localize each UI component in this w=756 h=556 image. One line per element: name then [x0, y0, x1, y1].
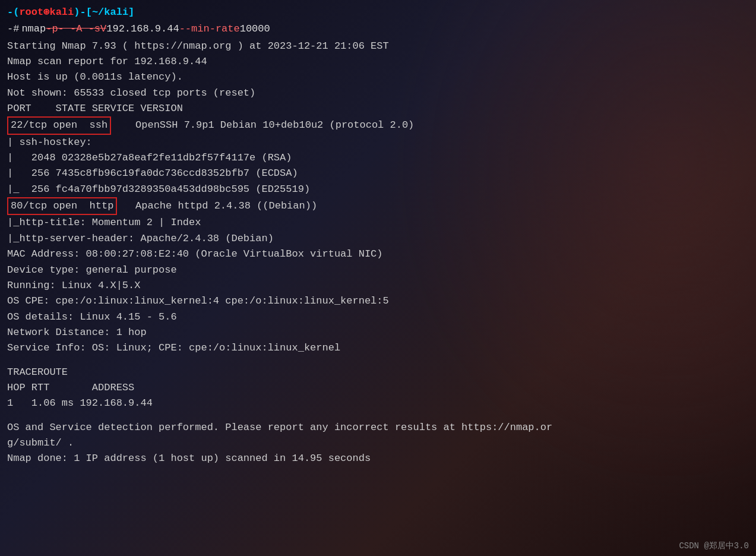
output-line-2: Nmap scan report for 192.168.9.44 — [7, 54, 749, 70]
port-22-highlight: 22/tcp open ssh — [7, 116, 111, 134]
prompt-path: ~/kali — [92, 5, 128, 20]
output-line-19: Network Distance: 1 hop — [7, 325, 749, 340]
watermark: CSDN @郑居中3.0 — [679, 541, 749, 551]
output-line-7: | ssh-hostkey: — [7, 135, 749, 150]
prompt-bracket-mid: )-[ — [74, 5, 92, 20]
traceroute-cols: HOP RTT ADDRESS — [7, 380, 749, 396]
traceroute-row: 1 1.06 ms 192.168.9.44 — [7, 396, 749, 411]
port-80-highlight: 80/tcp open http — [7, 197, 117, 215]
footer-line-1: OS and Service detection performed. Plea… — [7, 420, 749, 435]
output-line-5: PORT STATE SERVICE VERSION — [7, 101, 749, 116]
prompt-line: -(root⊛kali)-[~/kali] — [7, 5, 749, 20]
output-line-20: Service Info: OS: Linux; CPE: cpe:/o:lin… — [7, 340, 749, 356]
output-line-11: 80/tcp open http Apache httpd 2.4.38 ((D… — [7, 197, 749, 215]
footer-line-3: Nmap done: 1 IP address (1 host up) scan… — [7, 451, 749, 466]
output-line-10: |_ 256 fc4a70fbb97d3289350a453dd98bc595 … — [7, 182, 749, 197]
prompt-hash: -# — [7, 21, 19, 37]
command-line: -# nmap -p- -A -sV 192.168.9.44 --min-ra… — [7, 21, 749, 37]
prompt-host: kali — [49, 5, 74, 20]
terminal-window: -(root⊛kali)-[~/kali] -# nmap -p- -A -sV… — [0, 0, 756, 556]
output-line-8: | 2048 02328e5b27a8eaf2fe11db2f57f4117e … — [7, 150, 749, 166]
prompt-bracket-open: -( — [7, 5, 19, 20]
gap-1 — [7, 356, 749, 365]
traceroute-header: TRACEROUTE — [7, 365, 749, 380]
output-line-11-rest: Apache httpd 2.4.38 ((Debian)) — [117, 200, 317, 211]
output-line-3: Host is up (0.0011s latency). — [7, 70, 749, 85]
cmd-nmap: nmap — [21, 21, 46, 37]
footer-line-2: g/submit/ . — [7, 435, 749, 451]
output-line-16: Running: Linux 4.X|5.X — [7, 278, 749, 293]
output-line-12: |_http-title: Momentum 2 | Index — [7, 215, 749, 230]
prompt-at: ⊛ — [43, 5, 49, 20]
prompt-bracket-close: ] — [128, 5, 134, 20]
output-line-17: OS CPE: cpe:/o:linux:linux_kernel:4 cpe:… — [7, 293, 749, 309]
output-line-4: Not shown: 65533 closed tcp ports (reset… — [7, 86, 749, 101]
output-line-14: MAC Address: 08:00:27:08:E2:40 (Oracle V… — [7, 247, 749, 262]
output-line-9: | 256 7435c8fb96c19fa0dc736ccd8352bfb7 (… — [7, 166, 749, 181]
output-line-6-rest: OpenSSH 7.9p1 Debian 10+deb10u2 (protoco… — [111, 119, 414, 131]
cmd-minrate-val: 10000 — [240, 21, 270, 37]
output-line-18: OS details: Linux 4.15 - 5.6 — [7, 309, 749, 325]
cmd-flags: -p- -A -sV — [46, 21, 106, 37]
output-line-6: 22/tcp open ssh OpenSSH 7.9p1 Debian 10+… — [7, 116, 749, 134]
output-line-15: Device type: general purpose — [7, 263, 749, 278]
output-line-13: |_http-server-header: Apache/2.4.38 (Deb… — [7, 231, 749, 247]
cmd-target: 192.168.9.44 — [106, 21, 179, 37]
output-line-1: Starting Nmap 7.93 ( https://nmap.org ) … — [7, 39, 749, 54]
cmd-minrate-flag: --min-rate — [179, 21, 240, 37]
gap-2 — [7, 412, 749, 420]
prompt-user: root — [19, 5, 43, 20]
